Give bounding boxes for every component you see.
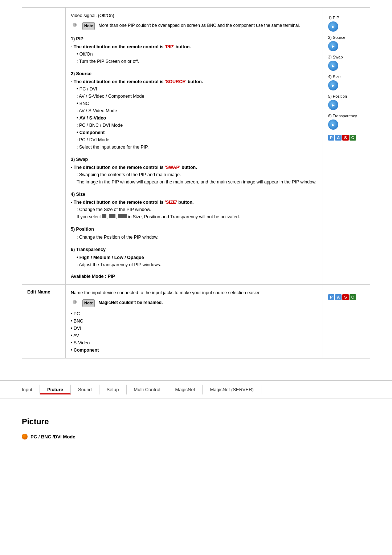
video-signal-line: Video signal. (Off/On) <box>71 12 318 19</box>
pip-icon-row-3: 3) Swap ► <box>328 55 343 71</box>
pasc-c-2: C <box>350 294 356 300</box>
position-arrow-icon: ► <box>328 100 338 110</box>
section-transparency: 6) Transparency <box>71 246 318 253</box>
icon-label-source: 2) Source <box>328 35 346 40</box>
page-container: Video signal. (Off/On) ℹ Note More than … <box>0 0 392 380</box>
section-position: 5) Position <box>71 226 318 233</box>
editname-note-box: ℹ Note MagicNet couldn't be renamed. <box>71 299 318 307</box>
editname-content-cell: Name the input device connected to the i… <box>66 285 323 358</box>
editname-item-component: • Component <box>71 347 318 354</box>
editname-right-icons: P A S C <box>323 285 370 358</box>
pip-offon-desc: : Turn the PIP Screen on or off. <box>77 58 318 65</box>
swap-direct: - The direct button on the remote contro… <box>71 164 318 171</box>
table-row: Video signal. (Off/On) ℹ Note More than … <box>22 8 370 285</box>
source-pcdvi: • PC / DVI <box>77 85 318 93</box>
source-bnc: • BNC <box>77 100 318 107</box>
available-mode: Available Mode : PIP <box>71 273 318 280</box>
swap-desc2: The image in the PIP window will appear … <box>77 178 318 186</box>
section-source: 2) Source <box>71 70 318 77</box>
nav-item-sound[interactable]: Sound <box>71 385 99 394</box>
pip-right-icons: 1) PIP ► 2) Source ► 3) Swap ► 4) Size <box>323 8 370 285</box>
pip-icon-row-6: 6) Transparency ► <box>328 114 357 130</box>
editname-item-av: • AV <box>71 332 318 339</box>
picture-section: Picture PC / BNC /DVI Mode <box>0 417 392 439</box>
picture-subtitle-text: PC / BNC /DVI Mode <box>30 434 75 439</box>
source-arrow-icon: ► <box>328 41 338 51</box>
pip-icon-row-1: 1) PIP ► <box>328 16 339 32</box>
editname-intro: Name the input device connected to the i… <box>71 289 318 296</box>
editname-note-icon: ℹ <box>71 299 79 307</box>
pip-arrow-icon: ► <box>328 21 338 32</box>
nav-setup-label: Setup <box>107 387 119 392</box>
pip-icon-row-4: 4) Size ► <box>328 74 340 90</box>
section-swap: 3) Swap <box>71 156 318 163</box>
note-box: ℹ Note More than one PIP couldn't be ove… <box>71 22 318 30</box>
icon-label-position: 5) Position <box>328 94 347 98</box>
note-label: Note <box>82 22 95 30</box>
editname-item-pc: • PC <box>71 310 318 317</box>
editname-right-icons-container: P A S C <box>328 289 365 300</box>
pip-icon-row-2: 2) Source ► <box>328 35 346 51</box>
source-direct: - The direct button on the remote contro… <box>71 78 318 85</box>
pasc-s-2: S <box>342 294 348 300</box>
source-component-desc1: : PC / DVI Mode <box>77 136 318 143</box>
pasc-c: C <box>350 135 356 141</box>
nav-item-picture[interactable]: Picture <box>40 385 71 394</box>
transparency-arrow-icon: ► <box>328 119 338 130</box>
right-icons-container: 1) PIP ► 2) Source ► 3) Swap ► 4) Size <box>328 12 365 141</box>
picture-title: Picture <box>22 417 370 426</box>
pasc-s: S <box>342 135 348 141</box>
editname-item-svideo: • S-Video <box>71 339 318 347</box>
editname-note-label: Note <box>82 299 95 307</box>
icon-label-size: 4) Size <box>328 74 340 79</box>
pasc-badge-pip: P A S C <box>328 135 356 141</box>
editname-note-text: MagicNet couldn't be renamed. <box>98 299 163 306</box>
pip-content-cell: Video signal. (Off/On) ℹ Note More than … <box>66 8 323 285</box>
nav-magicnet-server-label: MagicNet (SERVER) <box>210 387 253 392</box>
editname-items: • PC • BNC • DVI • AV • S-Video • Compon… <box>71 310 318 354</box>
pasc-p-2: P <box>328 294 334 300</box>
main-content-table: Video signal. (Off/On) ℹ Note More than … <box>22 7 370 358</box>
size-desc2: If you select , , in Size, Position and … <box>77 213 318 220</box>
pip-icon-row-5: 5) Position ► <box>328 94 347 110</box>
source-component: • Component <box>77 129 318 136</box>
nav-multicontrol-label: Multi Control <box>134 387 160 392</box>
pasc-badge-editname: P A S C <box>328 294 356 300</box>
pasc-a-2: A <box>335 294 342 300</box>
nav-bar: Input Picture Sound Setup Multi Control … <box>0 380 392 398</box>
editname-item-bnc: • BNC <box>71 317 318 325</box>
swap-arrow-icon: ► <box>328 61 338 71</box>
note-icon: ℹ <box>71 22 79 30</box>
picture-subtitle-row: PC / BNC /DVI Mode <box>22 434 370 439</box>
section-pip: 1) PIP <box>71 35 318 42</box>
nav-input-label: Input <box>22 387 32 392</box>
nav-item-magicnet[interactable]: MagicNet <box>168 385 203 394</box>
size-direct: - The direct button on the remote contro… <box>71 199 318 206</box>
nav-picture-label: Picture <box>47 387 63 392</box>
pip-offon-bullet: • Off/On <box>77 50 318 58</box>
position-desc: : Change the Position of the PIP window. <box>77 234 318 241</box>
swap-desc1: : Swapping the contents of the PIP and m… <box>77 171 318 178</box>
nav-sound-label: Sound <box>78 387 92 392</box>
edit-name-label: Edit Name <box>27 289 50 295</box>
divider <box>22 406 370 406</box>
nav-item-setup[interactable]: Setup <box>99 385 127 394</box>
source-pcdvi-desc: : AV / S-Video / Component Mode <box>77 93 318 100</box>
icon-label-swap: 3) Swap <box>328 55 343 59</box>
source-component-desc2: : Select the input source for the PIP. <box>77 143 318 151</box>
nav-item-input[interactable]: Input <box>0 385 40 394</box>
nav-item-magicnet-server[interactable]: MagicNet (SERVER) <box>203 385 261 394</box>
source-bnc-desc: : AV / S-Video Mode <box>77 107 318 114</box>
editname-item-dvi: • DVI <box>71 325 318 332</box>
table-row-editname: Edit Name Name the input device connecte… <box>22 285 370 358</box>
size-arrow-icon: ► <box>328 80 338 90</box>
size-desc1: : Change the Size of the PIP window. <box>77 206 318 213</box>
transparency-levels: • High / Medium / Low / Opaque <box>77 254 318 261</box>
section-size: 4) Size <box>71 191 318 198</box>
source-avsvideo-desc: : PC / BNC / DVI Mode <box>77 122 318 129</box>
icon-label-transparency: 6) Transparency <box>328 114 357 118</box>
nav-item-multicontrol[interactable]: Multi Control <box>127 385 168 394</box>
icon-label-pip: 1) PIP <box>328 16 339 20</box>
orange-circle-icon <box>22 434 28 439</box>
left-label-editname: Edit Name <box>22 285 66 358</box>
